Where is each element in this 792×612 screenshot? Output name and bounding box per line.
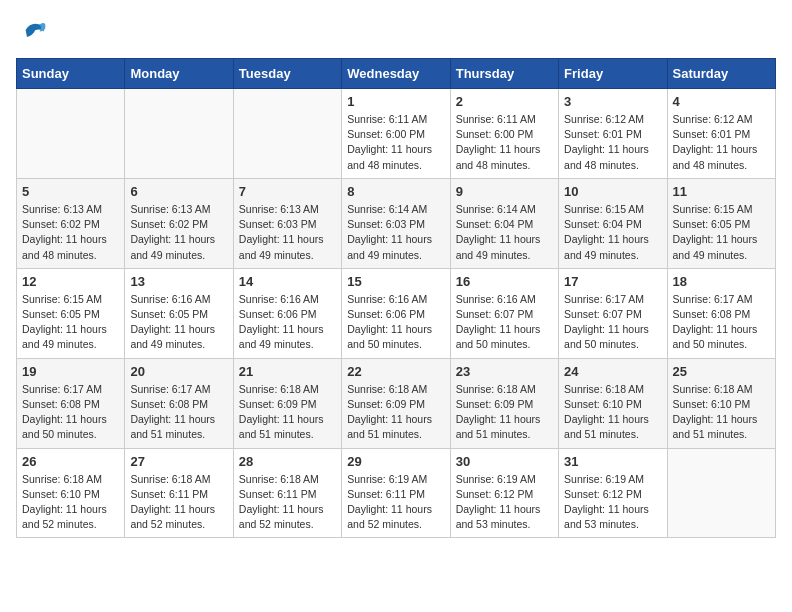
day-info: Sunrise: 6:17 AM Sunset: 6:08 PM Dayligh… <box>130 382 227 443</box>
day-number: 20 <box>130 364 227 379</box>
calendar-cell <box>667 448 775 538</box>
calendar-cell: 12Sunrise: 6:15 AM Sunset: 6:05 PM Dayli… <box>17 268 125 358</box>
calendar-week-4: 19Sunrise: 6:17 AM Sunset: 6:08 PM Dayli… <box>17 358 776 448</box>
day-info: Sunrise: 6:18 AM Sunset: 6:11 PM Dayligh… <box>239 472 336 533</box>
day-info: Sunrise: 6:18 AM Sunset: 6:10 PM Dayligh… <box>564 382 661 443</box>
calendar-body: 1Sunrise: 6:11 AM Sunset: 6:00 PM Daylig… <box>17 89 776 538</box>
day-info: Sunrise: 6:11 AM Sunset: 6:00 PM Dayligh… <box>347 112 444 173</box>
day-info: Sunrise: 6:13 AM Sunset: 6:03 PM Dayligh… <box>239 202 336 263</box>
day-number: 21 <box>239 364 336 379</box>
day-info: Sunrise: 6:17 AM Sunset: 6:07 PM Dayligh… <box>564 292 661 353</box>
day-info: Sunrise: 6:19 AM Sunset: 6:11 PM Dayligh… <box>347 472 444 533</box>
calendar-cell: 24Sunrise: 6:18 AM Sunset: 6:10 PM Dayli… <box>559 358 667 448</box>
day-number: 5 <box>22 184 119 199</box>
day-number: 24 <box>564 364 661 379</box>
day-number: 17 <box>564 274 661 289</box>
calendar-cell: 21Sunrise: 6:18 AM Sunset: 6:09 PM Dayli… <box>233 358 341 448</box>
day-info: Sunrise: 6:15 AM Sunset: 6:04 PM Dayligh… <box>564 202 661 263</box>
calendar-cell: 9Sunrise: 6:14 AM Sunset: 6:04 PM Daylig… <box>450 178 558 268</box>
calendar-cell: 6Sunrise: 6:13 AM Sunset: 6:02 PM Daylig… <box>125 178 233 268</box>
day-info: Sunrise: 6:14 AM Sunset: 6:03 PM Dayligh… <box>347 202 444 263</box>
day-number: 27 <box>130 454 227 469</box>
weekday-header-friday: Friday <box>559 59 667 89</box>
day-info: Sunrise: 6:16 AM Sunset: 6:07 PM Dayligh… <box>456 292 553 353</box>
day-info: Sunrise: 6:18 AM Sunset: 6:09 PM Dayligh… <box>456 382 553 443</box>
calendar-cell: 16Sunrise: 6:16 AM Sunset: 6:07 PM Dayli… <box>450 268 558 358</box>
day-info: Sunrise: 6:12 AM Sunset: 6:01 PM Dayligh… <box>564 112 661 173</box>
calendar-header: SundayMondayTuesdayWednesdayThursdayFrid… <box>17 59 776 89</box>
page-header <box>16 16 776 48</box>
weekday-header-sunday: Sunday <box>17 59 125 89</box>
day-number: 14 <box>239 274 336 289</box>
calendar-cell: 25Sunrise: 6:18 AM Sunset: 6:10 PM Dayli… <box>667 358 775 448</box>
calendar-cell: 15Sunrise: 6:16 AM Sunset: 6:06 PM Dayli… <box>342 268 450 358</box>
calendar-cell: 26Sunrise: 6:18 AM Sunset: 6:10 PM Dayli… <box>17 448 125 538</box>
day-number: 26 <box>22 454 119 469</box>
day-number: 10 <box>564 184 661 199</box>
weekday-header-tuesday: Tuesday <box>233 59 341 89</box>
day-number: 30 <box>456 454 553 469</box>
calendar-week-3: 12Sunrise: 6:15 AM Sunset: 6:05 PM Dayli… <box>17 268 776 358</box>
calendar-cell: 2Sunrise: 6:11 AM Sunset: 6:00 PM Daylig… <box>450 89 558 179</box>
calendar-cell: 23Sunrise: 6:18 AM Sunset: 6:09 PM Dayli… <box>450 358 558 448</box>
calendar-cell: 18Sunrise: 6:17 AM Sunset: 6:08 PM Dayli… <box>667 268 775 358</box>
day-info: Sunrise: 6:18 AM Sunset: 6:09 PM Dayligh… <box>239 382 336 443</box>
calendar-table: SundayMondayTuesdayWednesdayThursdayFrid… <box>16 58 776 538</box>
day-number: 16 <box>456 274 553 289</box>
calendar-cell: 31Sunrise: 6:19 AM Sunset: 6:12 PM Dayli… <box>559 448 667 538</box>
calendar-cell: 27Sunrise: 6:18 AM Sunset: 6:11 PM Dayli… <box>125 448 233 538</box>
calendar-cell: 19Sunrise: 6:17 AM Sunset: 6:08 PM Dayli… <box>17 358 125 448</box>
calendar-cell: 30Sunrise: 6:19 AM Sunset: 6:12 PM Dayli… <box>450 448 558 538</box>
calendar-week-2: 5Sunrise: 6:13 AM Sunset: 6:02 PM Daylig… <box>17 178 776 268</box>
day-number: 15 <box>347 274 444 289</box>
calendar-cell <box>125 89 233 179</box>
day-number: 25 <box>673 364 770 379</box>
day-number: 19 <box>22 364 119 379</box>
day-info: Sunrise: 6:18 AM Sunset: 6:10 PM Dayligh… <box>22 472 119 533</box>
day-number: 11 <box>673 184 770 199</box>
logo <box>16 16 48 48</box>
calendar-cell: 5Sunrise: 6:13 AM Sunset: 6:02 PM Daylig… <box>17 178 125 268</box>
day-number: 2 <box>456 94 553 109</box>
weekday-header-thursday: Thursday <box>450 59 558 89</box>
calendar-cell: 3Sunrise: 6:12 AM Sunset: 6:01 PM Daylig… <box>559 89 667 179</box>
weekday-row: SundayMondayTuesdayWednesdayThursdayFrid… <box>17 59 776 89</box>
day-info: Sunrise: 6:14 AM Sunset: 6:04 PM Dayligh… <box>456 202 553 263</box>
day-number: 31 <box>564 454 661 469</box>
day-info: Sunrise: 6:19 AM Sunset: 6:12 PM Dayligh… <box>564 472 661 533</box>
calendar-cell: 1Sunrise: 6:11 AM Sunset: 6:00 PM Daylig… <box>342 89 450 179</box>
day-info: Sunrise: 6:15 AM Sunset: 6:05 PM Dayligh… <box>673 202 770 263</box>
day-info: Sunrise: 6:13 AM Sunset: 6:02 PM Dayligh… <box>22 202 119 263</box>
calendar-cell: 22Sunrise: 6:18 AM Sunset: 6:09 PM Dayli… <box>342 358 450 448</box>
calendar-cell: 28Sunrise: 6:18 AM Sunset: 6:11 PM Dayli… <box>233 448 341 538</box>
day-number: 4 <box>673 94 770 109</box>
day-number: 8 <box>347 184 444 199</box>
logo-bird-icon <box>20 16 48 44</box>
day-info: Sunrise: 6:17 AM Sunset: 6:08 PM Dayligh… <box>673 292 770 353</box>
calendar-cell: 7Sunrise: 6:13 AM Sunset: 6:03 PM Daylig… <box>233 178 341 268</box>
calendar-cell: 4Sunrise: 6:12 AM Sunset: 6:01 PM Daylig… <box>667 89 775 179</box>
day-number: 1 <box>347 94 444 109</box>
day-number: 28 <box>239 454 336 469</box>
day-number: 22 <box>347 364 444 379</box>
calendar-cell: 29Sunrise: 6:19 AM Sunset: 6:11 PM Dayli… <box>342 448 450 538</box>
calendar-cell: 13Sunrise: 6:16 AM Sunset: 6:05 PM Dayli… <box>125 268 233 358</box>
day-number: 12 <box>22 274 119 289</box>
day-number: 7 <box>239 184 336 199</box>
day-info: Sunrise: 6:19 AM Sunset: 6:12 PM Dayligh… <box>456 472 553 533</box>
calendar-cell: 14Sunrise: 6:16 AM Sunset: 6:06 PM Dayli… <box>233 268 341 358</box>
day-number: 23 <box>456 364 553 379</box>
day-info: Sunrise: 6:12 AM Sunset: 6:01 PM Dayligh… <box>673 112 770 173</box>
calendar-cell: 20Sunrise: 6:17 AM Sunset: 6:08 PM Dayli… <box>125 358 233 448</box>
day-number: 3 <box>564 94 661 109</box>
day-info: Sunrise: 6:16 AM Sunset: 6:06 PM Dayligh… <box>347 292 444 353</box>
day-info: Sunrise: 6:15 AM Sunset: 6:05 PM Dayligh… <box>22 292 119 353</box>
day-number: 9 <box>456 184 553 199</box>
day-number: 13 <box>130 274 227 289</box>
day-number: 29 <box>347 454 444 469</box>
day-info: Sunrise: 6:11 AM Sunset: 6:00 PM Dayligh… <box>456 112 553 173</box>
calendar-cell <box>17 89 125 179</box>
weekday-header-monday: Monday <box>125 59 233 89</box>
calendar-cell: 10Sunrise: 6:15 AM Sunset: 6:04 PM Dayli… <box>559 178 667 268</box>
calendar-cell: 17Sunrise: 6:17 AM Sunset: 6:07 PM Dayli… <box>559 268 667 358</box>
